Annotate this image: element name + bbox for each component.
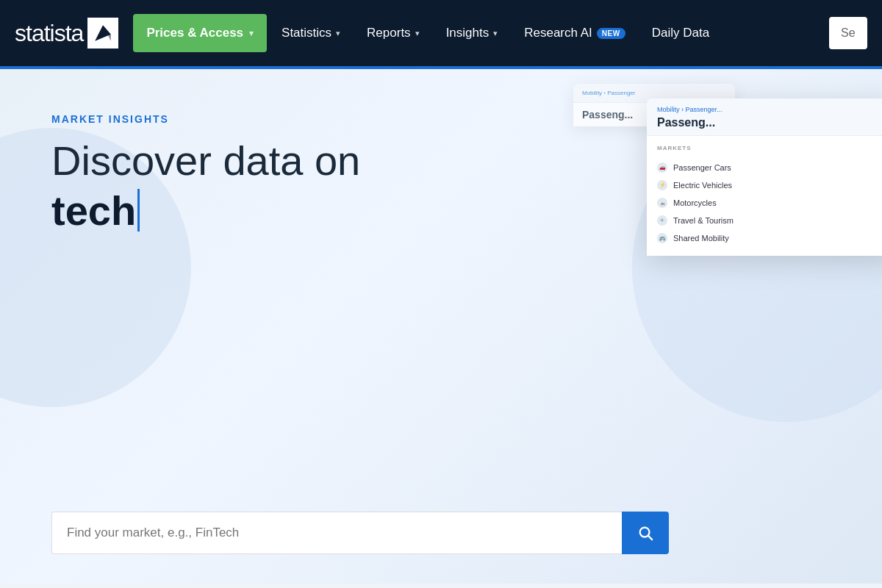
list-item-icon: 🏍 [657, 198, 667, 208]
list-item-label: Electric Vehicles [673, 181, 732, 190]
svg-line-2 [648, 536, 652, 539]
header: statista Prices & Access ▾ Statistics ▾ … [0, 0, 882, 66]
logo-icon [87, 18, 118, 49]
statistics-chevron-icon: ▾ [336, 29, 340, 38]
mockup-breadcrumb: Mobility › Passenger... [657, 106, 882, 113]
logo[interactable]: statista [15, 18, 118, 49]
main-nav: Prices & Access ▾ Statistics ▾ Reports ▾… [133, 14, 829, 52]
cursor-bar [137, 189, 140, 232]
list-item-label: Motorcycles [673, 198, 717, 207]
new-badge: NEW [597, 28, 625, 39]
list-item-icon: ⚡ [657, 180, 667, 190]
list-item-label: Travel & Tourism [673, 216, 734, 225]
mockup-panel-title: Passeng... [657, 116, 882, 129]
research-ai-label: Research AI [524, 26, 592, 40]
reports-chevron-icon: ▾ [415, 29, 420, 38]
search-icon [637, 525, 653, 541]
search-input[interactable] [51, 512, 622, 554]
list-item: 🚌 Shared Mobility [657, 229, 882, 247]
hero-section: MARKET INSIGHTS Discover data on tech Mo… [0, 69, 882, 584]
mockup-body: MARKETS 🚗 Passenger Cars ⚡ Electric Vehi… [647, 136, 882, 256]
daily-data-nav-item[interactable]: Daily Data [640, 14, 721, 52]
prices-access-label: Prices & Access [146, 26, 243, 40]
header-search-text: Se [841, 26, 856, 40]
list-item-label: Passenger Cars [673, 163, 731, 172]
prices-access-button[interactable]: Prices & Access ▾ [133, 14, 267, 52]
insights-label: Insights [446, 26, 490, 40]
logo-text: statista [15, 20, 83, 47]
statistics-nav-item[interactable]: Statistics ▾ [270, 14, 352, 52]
mockup-section-label: MARKETS [657, 145, 882, 151]
hero-animated-word: tech [51, 187, 456, 234]
header-search-box[interactable]: Se [829, 17, 867, 49]
daily-data-label: Daily Data [652, 26, 709, 40]
insights-chevron-icon: ▾ [493, 29, 498, 38]
mockup-panel: Mobility › Passenger... Passeng... MARKE… [647, 98, 882, 256]
market-insights-label: MARKET INSIGHTS [51, 113, 456, 125]
statistics-label: Statistics [282, 26, 331, 40]
hero-title-line1: Discover data on [51, 138, 456, 184]
list-item: ⚡ Electric Vehicles [657, 176, 882, 194]
research-ai-nav-item[interactable]: Research AI NEW [512, 14, 637, 52]
list-item: 🚗 Passenger Cars [657, 159, 882, 176]
hero-content: MARKET INSIGHTS Discover data on tech [51, 113, 456, 234]
reports-label: Reports [367, 26, 411, 40]
hero-search-area [51, 512, 669, 554]
list-item: ✈ Travel & Tourism [657, 212, 882, 229]
list-item-icon: ✈ [657, 215, 667, 226]
list-item-label: Shared Mobility [673, 234, 729, 243]
reports-nav-item[interactable]: Reports ▾ [355, 14, 431, 52]
hero-word: tech [51, 187, 136, 234]
insights-nav-item[interactable]: Insights ▾ [434, 14, 510, 52]
prices-access-chevron-icon: ▾ [249, 29, 254, 38]
list-item-icon: 🚗 [657, 162, 667, 173]
mockup-header: Mobility › Passenger... Passeng... [647, 98, 882, 136]
list-item: 🏍 Motorcycles [657, 194, 882, 212]
list-item-icon: 🚌 [657, 233, 667, 243]
search-button[interactable] [622, 512, 669, 554]
